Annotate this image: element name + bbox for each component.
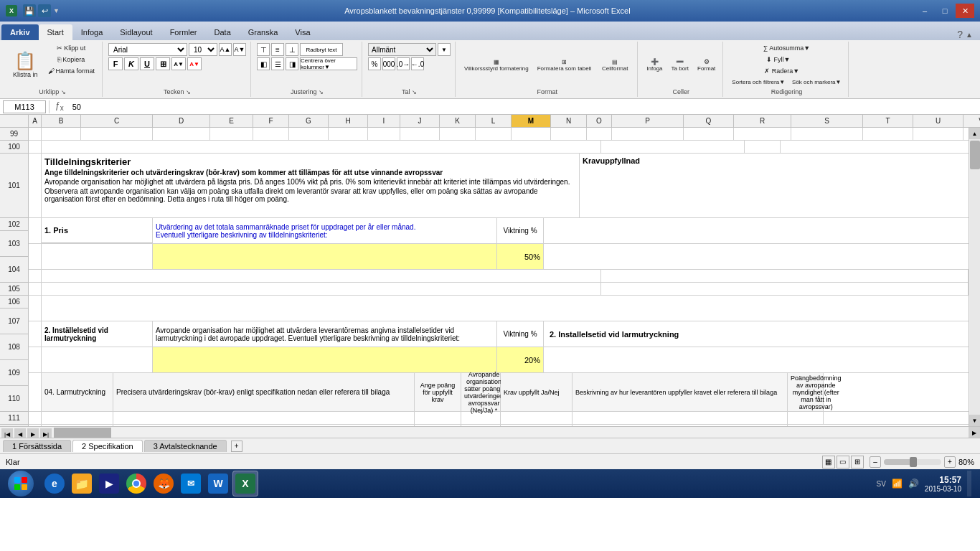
thousand-btn[interactable]: 000	[382, 57, 395, 70]
cut-btn[interactable]: ✂ Klipp ut	[45, 43, 98, 53]
cell-o99[interactable]	[587, 128, 612, 141]
cell-l99[interactable]	[476, 128, 512, 141]
normal-view-btn[interactable]: ▦	[822, 456, 835, 468]
align-left-btn[interactable]: ◧	[257, 57, 270, 70]
cell-b107[interactable]	[42, 296, 969, 321]
format-as-table-btn[interactable]: ⊞ Formatera som tabell	[534, 47, 595, 83]
taskbar-ie[interactable]: e	[42, 471, 67, 496]
cell-b101-merged[interactable]: Tilldelningskriterier Ange tilldelningsk…	[42, 154, 580, 217]
italic-btn[interactable]: K	[124, 57, 138, 70]
scroll-thumb-h[interactable]	[54, 428, 111, 438]
cell-m108-viktning[interactable]: Viktning %	[497, 321, 544, 347]
copy-btn[interactable]: ⎘ Kopiera	[45, 55, 98, 65]
cell-l110[interactable]: Ange poäng för uppfyllt krav	[415, 373, 461, 411]
tab-visa[interactable]: Visa	[286, 24, 319, 40]
sheet-prev-btn[interactable]: ◀	[14, 428, 26, 438]
font-increase-btn[interactable]: A▲	[219, 43, 232, 56]
cell-c112[interactable]	[113, 425, 415, 426]
show-desktop-btn[interactable]	[967, 471, 971, 496]
page-break-btn[interactable]: ⊞	[851, 456, 864, 468]
row-99[interactable]: 99	[0, 128, 28, 141]
zoom-out-btn[interactable]: –	[870, 456, 881, 468]
cell-r99[interactable]	[734, 128, 791, 141]
sheet-next-btn[interactable]: ▶	[27, 428, 39, 438]
col-header-f[interactable]: F	[253, 115, 289, 127]
col-header-j[interactable]: J	[400, 115, 440, 127]
merge-center-btn[interactable]: Centrera över kolumner▼	[300, 57, 357, 70]
sort-filter-btn[interactable]: Sortera och filtrera▼	[729, 77, 788, 87]
cell-t112[interactable]	[788, 425, 824, 426]
cell-styles-btn[interactable]: ▤ Cellformat	[597, 47, 633, 83]
align-bottom-btn[interactable]: ⊥	[286, 43, 298, 56]
cell-rest104[interactable]	[544, 244, 969, 269]
cell-u99[interactable]	[913, 128, 963, 141]
taskbar-outlook[interactable]: ✉	[178, 471, 204, 496]
scroll-up-btn[interactable]: ▲	[969, 128, 981, 139]
cell-q110[interactable]: Beskrivning av hur leverantören uppfylle…	[573, 373, 788, 411]
cell-m103-viktning[interactable]: Viktning %	[497, 218, 544, 243]
decrease-decimal-btn[interactable]: ←.0	[411, 57, 424, 70]
quick-access-dropdown[interactable]: ▼	[53, 4, 60, 17]
formula-input[interactable]	[70, 100, 977, 113]
col-header-k[interactable]: K	[440, 115, 476, 127]
cell-p112[interactable]	[501, 425, 573, 426]
font-color-btn[interactable]: A▼	[187, 57, 202, 70]
cell-p110[interactable]: Krav uppfyllt Ja/Nej	[501, 373, 573, 411]
format-painter-btn[interactable]: 🖌 Hämta format	[45, 66, 98, 76]
align-top-btn[interactable]: ⊤	[257, 43, 270, 56]
cell-m104-value[interactable]: 50%	[497, 244, 544, 269]
cell-q111[interactable]	[573, 412, 788, 425]
taskbar-word[interactable]: W	[205, 471, 231, 496]
cell-a108[interactable]	[29, 321, 42, 347]
cell-c103[interactable]: Utvärdering av det totala sammanräknade …	[153, 218, 497, 243]
vertical-scrollbar[interactable]: ▲ ▼	[969, 128, 980, 426]
font-name-select[interactable]: Arial	[108, 43, 187, 56]
cell-s99[interactable]	[791, 128, 863, 141]
wrap-text-btn[interactable]: Radbryt text	[300, 43, 343, 56]
sheet-tab-3[interactable]: 3 Avtalstecknande	[144, 440, 227, 452]
col-header-a[interactable]: A	[29, 115, 42, 127]
col-header-h[interactable]: H	[329, 115, 368, 127]
col-header-t[interactable]: T	[863, 115, 913, 127]
cell-m110[interactable]: Avropande organisation sätter poäng i ut…	[461, 373, 501, 411]
font-decrease-btn[interactable]: A▼	[233, 43, 246, 56]
col-header-g[interactable]: G	[289, 115, 329, 127]
cell-b99[interactable]	[42, 128, 81, 141]
cell-p100[interactable]	[601, 141, 745, 154]
underline-btn[interactable]: U	[140, 57, 154, 70]
maximize-btn[interactable]: □	[936, 4, 954, 18]
minimize-ribbon-btn[interactable]: ▲	[966, 31, 973, 39]
minimize-btn[interactable]: –	[915, 4, 934, 18]
bold-btn[interactable]: F	[108, 57, 123, 70]
cell-b100[interactable]	[42, 141, 601, 154]
col-header-d[interactable]: D	[153, 115, 210, 127]
scroll-right-btn[interactable]: ▶	[969, 427, 980, 438]
cell-c110[interactable]: Precisera utvärderingskrav (bör-krav) en…	[113, 373, 415, 411]
cell-b106[interactable]	[42, 283, 601, 296]
row-105[interactable]: 105	[0, 283, 28, 296]
row-106[interactable]: 106	[0, 296, 28, 309]
scroll-track-v[interactable]	[970, 139, 980, 415]
cell-c109-yellow[interactable]	[153, 347, 497, 372]
conditional-format-btn[interactable]: ▦ Villkorssstyrd formatering	[461, 47, 532, 83]
cell-m109-value[interactable]: 20%	[497, 347, 544, 372]
cell-t111[interactable]	[788, 412, 824, 425]
cell-b108[interactable]: 2. Inställelsetid vid larmutryckning	[42, 321, 153, 347]
col-header-n[interactable]: N	[551, 115, 587, 127]
cell-t99[interactable]	[863, 128, 913, 141]
cell-q99[interactable]	[684, 128, 734, 141]
align-middle-btn[interactable]: ≡	[271, 43, 284, 56]
number-format-dropdown[interactable]: ▼	[438, 43, 451, 56]
cell-p106[interactable]	[601, 283, 969, 296]
cell-a99[interactable]	[29, 128, 42, 141]
cell-f99[interactable]	[253, 128, 289, 141]
taskbar-media[interactable]: ▶	[96, 471, 122, 496]
col-header-e[interactable]: E	[210, 115, 253, 127]
taskbar-firefox[interactable]: 🦊	[151, 471, 176, 496]
scroll-thumb-v[interactable]	[970, 141, 980, 169]
row-110[interactable]: 110	[0, 386, 28, 412]
sheet-tab-2[interactable]: 2 Specifikation	[72, 440, 143, 452]
cell-m111[interactable]	[461, 412, 501, 425]
cell-n99[interactable]	[551, 128, 587, 141]
cell-a100[interactable]	[29, 141, 42, 154]
